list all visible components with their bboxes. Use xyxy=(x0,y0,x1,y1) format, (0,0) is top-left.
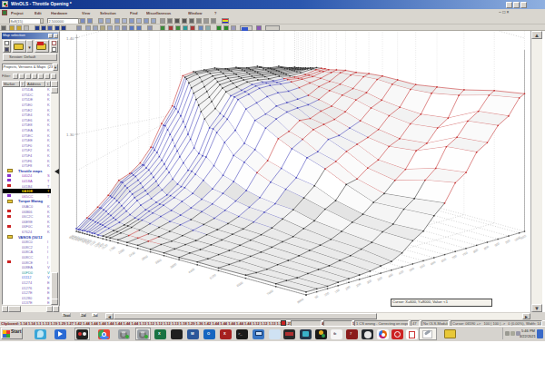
svg-text:1.40: 1.40 xyxy=(66,36,74,41)
svg-text:1.30: 1.30 xyxy=(66,132,74,137)
